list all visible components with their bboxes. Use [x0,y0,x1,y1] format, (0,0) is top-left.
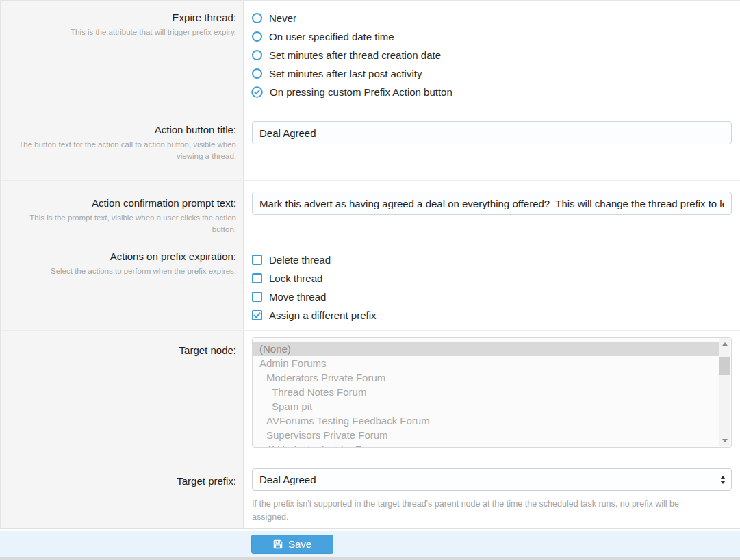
target-prefix-explain: If the prefix isn't supported in the tar… [252,498,711,524]
scroll-up-icon[interactable] [719,338,730,350]
action-prompt-content [244,181,740,242]
row-expiry-actions: Actions on prefix expiration: Select the… [1,242,740,330]
radio-label: On user specified date time [269,31,394,42]
target-prefix-label: Target prefix: [10,475,236,487]
expire-thread-label: Expire thread: [10,12,236,23]
radio-expire-after-creation[interactable]: Set minutes after thread creation date [252,46,732,64]
target-node-select-list[interactable]: (None) Admin Forums Moderators Private F… [252,337,732,448]
bottom-strip [0,557,740,560]
action-prompt-explain: This is the prompt text, visible when a … [10,212,236,236]
scroll-down-icon[interactable] [719,435,730,446]
checkbox-assign-different-prefix[interactable]: Assign a different prefix [252,306,732,324]
checkbox-label: Delete thread [269,254,331,266]
node-option[interactable]: Moderators Private Forum [253,370,719,385]
checkbox-checked-icon [252,310,262,320]
radio-expire-never[interactable]: Never [252,9,732,27]
expiry-actions-explain: Select the actions to perform when the p… [10,266,236,277]
radio-expire-action-button[interactable]: On pressing custom Prefix Action button [252,83,732,101]
expire-thread-label-cell: Expire thread: This is the attribute tha… [1,1,244,107]
checkbox-unchecked-icon [252,273,262,283]
target-node-label: Target node: [10,344,236,356]
row-action-prompt: Action confirmation prompt text: This is… [1,180,740,242]
expiry-actions-options: Delete thread Lock thread Move thread As… [244,242,740,330]
target-prefix-content: Deal Agreed If the prefix isn't supporte… [244,461,740,529]
radio-unchecked-icon [252,68,262,79]
checkbox-lock-thread[interactable]: Lock thread [252,269,732,288]
action-title-content [244,107,740,180]
row-target-node: Target node: (None) Admin Forums Moderat… [1,330,740,461]
action-title-label: Action button title: [10,124,236,136]
node-option-clipped[interactable]: AV Industry Insider Forums [253,442,719,448]
radio-checked-icon [251,86,263,98]
checkbox-unchecked-icon [252,255,262,265]
save-button-label: Save [288,538,311,550]
expiry-actions-label: Actions on prefix expiration: [10,251,236,262]
checkbox-label: Assign a different prefix [269,309,376,321]
radio-expire-after-last-post[interactable]: Set minutes after last post activity [252,64,732,83]
row-target-prefix: Target prefix: Deal Agreed If the prefix… [1,461,740,529]
checkbox-label: Move thread [269,291,326,303]
target-prefix-label-cell: Target prefix: [1,461,244,529]
expiry-actions-label-cell: Actions on prefix expiration: Select the… [1,242,244,330]
radio-unchecked-icon [252,13,262,23]
node-option[interactable]: Spam pit [253,399,719,413]
select-spinner-icon [720,476,726,484]
save-button[interactable]: Save [251,535,333,554]
node-option[interactable]: Admin Forums [253,356,719,370]
radio-label: On pressing custom Prefix Action button [270,86,452,98]
action-prompt-input[interactable] [252,192,732,215]
checkbox-move-thread[interactable]: Move thread [252,288,732,306]
radio-label: Set minutes after thread creation date [269,49,441,61]
radio-label: Never [269,12,296,24]
radio-unchecked-icon [252,31,262,42]
row-action-button-title: Action button title: The button text for… [1,107,740,180]
radio-expire-user-date[interactable]: On user specified date time [252,27,732,46]
target-node-options: (None) Admin Forums Moderators Private F… [253,338,719,448]
radio-label: Set minutes after last post activity [269,68,422,79]
save-icon [273,539,283,549]
node-option[interactable]: Supervisors Private Forum [253,428,719,442]
list-scrollbar[interactable] [719,338,730,446]
node-option[interactable]: AVForums Testing Feedback Forum [253,413,719,428]
action-title-label-cell: Action button title: The button text for… [1,107,244,180]
checkbox-unchecked-icon [252,292,262,302]
target-node-label-cell: Target node: [1,331,244,461]
prefix-settings-form: Expire thread: This is the attribute tha… [0,0,740,529]
scrollbar-thumb[interactable] [719,357,730,375]
node-option-none[interactable]: (None) [253,342,719,356]
expire-thread-explain: This is the attribute that will trigger … [10,27,236,38]
checkbox-label: Lock thread [269,272,322,284]
target-node-content: (None) Admin Forums Moderators Private F… [244,331,740,461]
form-footer: Save [0,531,740,557]
node-option[interactable]: Thread Notes Forum [253,385,719,399]
action-prompt-label: Action confirmation prompt text: [10,197,236,209]
action-button-title-input[interactable] [252,121,732,144]
target-prefix-value: Deal Agreed [259,474,316,485]
target-prefix-select[interactable]: Deal Agreed [252,468,732,491]
checkbox-delete-thread[interactable]: Delete thread [252,251,732,269]
action-title-explain: The button text for the action call to a… [10,139,236,163]
action-prompt-label-cell: Action confirmation prompt text: This is… [1,181,244,242]
radio-unchecked-icon [252,50,262,60]
expire-thread-options: Never On user specified date time Set mi… [244,1,740,107]
row-expire-thread: Expire thread: This is the attribute tha… [1,1,740,107]
